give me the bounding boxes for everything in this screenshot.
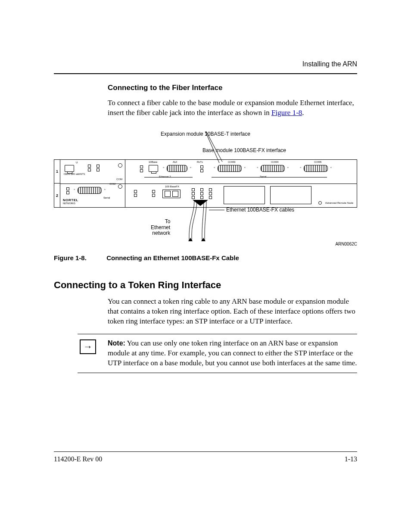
note-label: Note: [108, 339, 125, 347]
footer-page-number: 1-13 [345, 455, 357, 463]
slot-2-label: 2 [54, 183, 60, 207]
port-label-com5: COM5 [314, 161, 321, 163]
brand-top: NORTEL [63, 198, 78, 202]
note-body: You can use only one token ring interfac… [108, 339, 357, 367]
figure-link[interactable]: Figure 1-8 [271, 109, 302, 117]
brand-logo: NORTEL NETWORKS [63, 198, 78, 205]
port-label-u: U [76, 161, 78, 164]
chapter-title: Installing the ARN [54, 60, 357, 68]
fiber-para-text-b: . [302, 109, 304, 117]
slot-1-label: 1 [54, 160, 60, 184]
figure-title: Connecting an Ethernet 100BASE-Fx Cable [106, 254, 239, 261]
note-text: Note: You can use only one token ring in… [98, 339, 357, 368]
figure-caption: Figure 1-8. Connecting an Ethernet 100BA… [54, 254, 357, 261]
port-label-100basefx: 100 BaseFX [165, 185, 179, 188]
callout-to-ethernet: To Ethernet network [151, 219, 170, 236]
port-label-serial-bot: Serial [103, 196, 110, 199]
note-block: → Note: You can use only one token ring … [78, 334, 357, 373]
fiber-para-text-a: To connect a fiber cable to the base mod… [108, 99, 354, 117]
fiber-paragraph: To connect a fiber cable to the base mod… [108, 98, 357, 118]
port-label-ethernet2: Ethernet 2 [159, 175, 171, 178]
port-label-rxtx: RxTx [197, 161, 203, 163]
port-label-com3: COM3 [228, 161, 235, 163]
fiber-heading: Connecting to the Fiber Interface [108, 84, 357, 92]
arrow-icon: → [80, 339, 96, 354]
device-diagram: 1 2 U ISDN BRI withNT1 COM 10Base [54, 159, 357, 208]
port-label-isdn: ISDN BRI withNT1 [64, 173, 79, 175]
svg-marker-1 [188, 238, 193, 241]
arn-label: Advanced Remote Node [318, 201, 353, 205]
port-label-10base: 10Base [149, 161, 157, 163]
callout-base: Base module 100BASE-FX interface [131, 147, 357, 153]
header-rule [54, 73, 357, 74]
port-label-com4: COM4 [271, 161, 278, 163]
figure-code: ARN0062C [335, 242, 357, 246]
figure-number: Figure 1-8. [54, 254, 105, 261]
brand-bottom: NETWORKS [63, 202, 78, 205]
svg-marker-2 [201, 238, 206, 241]
port-label-serial-top: Serial [260, 175, 266, 178]
port-label-com-top: COM [116, 178, 122, 180]
token-ring-paragraph: You can connect a token ring cable to an… [108, 297, 357, 327]
callout-cables: Ethernet 100BASE-FX cables [226, 207, 294, 213]
port-label-aui: AUI [173, 161, 177, 163]
footer-doc-id: 114200-E Rev 00 [54, 455, 102, 463]
port-label-com-bot: COM [109, 183, 115, 185]
figure-block: Expansion module 10BASE-T interface Base… [54, 131, 357, 261]
token-ring-heading: Connecting to a Token Ring Interface [54, 280, 357, 291]
